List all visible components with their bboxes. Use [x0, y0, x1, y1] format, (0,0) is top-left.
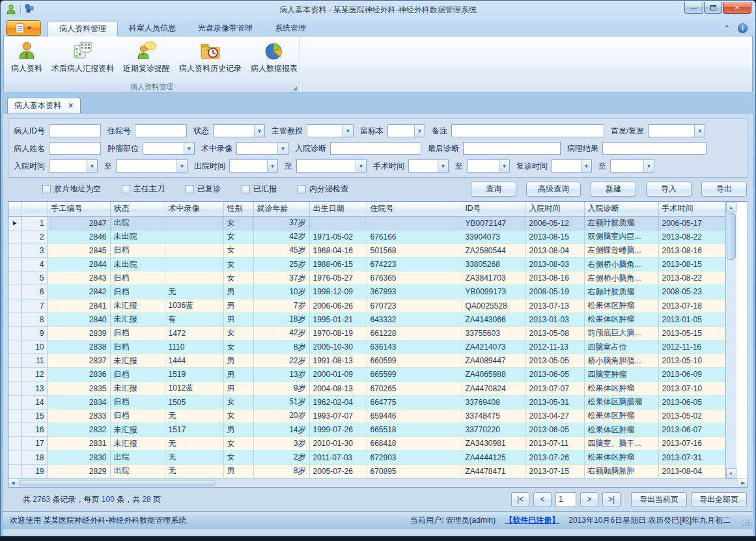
table-cell[interactable]: 2013-06-09 [658, 368, 725, 381]
table-cell[interactable]: ZA2580544 [462, 243, 525, 257]
table-cell[interactable]: 2013-08-15 [525, 230, 584, 243]
table-cell[interactable]: 33770220 [462, 423, 525, 437]
table-cell[interactable]: 670265 [367, 381, 462, 395]
column-header[interactable]: 出生日期 [309, 202, 367, 216]
table-cell[interactable]: 2013-06-05 [525, 368, 584, 381]
table-cell[interactable]: 2013-05-10 [658, 354, 725, 368]
chevron-down-icon[interactable]: ▼ [176, 160, 187, 172]
intraop-video-select[interactable]: ▼ [236, 142, 288, 155]
quick-access-icon[interactable] [25, 4, 35, 16]
table-cell[interactable]: 674223 [367, 258, 462, 271]
ribbon-tab-disc-management[interactable]: 光盘录像带管理 [187, 20, 264, 36]
page-number-input[interactable] [555, 492, 576, 507]
table-cell[interactable]: 2841 [48, 299, 110, 312]
table-cell[interactable]: 女 [223, 395, 253, 409]
row-selector[interactable] [8, 451, 21, 464]
table-cell[interactable]: 男 [223, 464, 253, 478]
table-cell[interactable]: 未汇报 [110, 437, 165, 451]
table-cell[interactable]: 无 [165, 409, 223, 423]
table-cell[interactable]: 1505 [165, 395, 223, 409]
table-cell[interactable]: 归档 [110, 340, 165, 354]
table-cell[interactable]: 出院 [110, 464, 165, 478]
table-cell[interactable]: 归档 [110, 285, 165, 299]
row-number[interactable]: 8 [21, 312, 48, 326]
row-selector[interactable] [8, 326, 21, 340]
chevron-down-icon[interactable]: ▼ [581, 160, 591, 172]
table-cell[interactable]: 未出院 [110, 230, 165, 243]
table-cell[interactable]: 2013-05-05 [525, 354, 584, 368]
table-cell[interactable]: 676166 [367, 230, 462, 243]
table-cell[interactable]: 男 [223, 368, 253, 381]
table-cell[interactable]: 8岁 [253, 464, 309, 478]
professor-select[interactable]: ▼ [307, 124, 354, 137]
column-header[interactable]: 住院号 [367, 202, 462, 216]
table-row[interactable]: 92839归档1472女42岁1970-08-19661228337556032… [8, 326, 725, 340]
row-number[interactable]: 3 [21, 243, 48, 257]
specimen-select[interactable]: ▼ [387, 124, 425, 137]
table-cell[interactable]: 2831 [48, 437, 110, 451]
table-cell[interactable]: 42岁 [253, 326, 309, 340]
table-cell[interactable]: 出院 [110, 451, 165, 464]
row-selector[interactable] [8, 354, 21, 368]
table-cell[interactable]: 670723 [367, 299, 462, 312]
column-header[interactable]: 术中录像 [165, 202, 223, 216]
table-cell[interactable]: 2013-06-05 [658, 395, 725, 409]
license-registered-link[interactable]: 【软件已注册】 [505, 515, 559, 526]
row-selector[interactable] [8, 230, 21, 243]
table-cell[interactable]: 1976-05-27 [309, 271, 367, 285]
table-cell[interactable] [165, 271, 223, 285]
table-cell[interactable]: 2005-10-30 [309, 340, 367, 354]
export-all-pages-button[interactable]: 导出全部页 [691, 492, 747, 507]
table-cell[interactable]: ZA4444125 [462, 451, 525, 464]
table-cell[interactable]: 1995-01-21 [309, 312, 367, 326]
table-cell[interactable]: 2013-07-16 [658, 437, 725, 451]
chevron-down-icon[interactable]: ▼ [643, 160, 654, 172]
table-cell[interactable]: 松果体区肿瘤 [584, 409, 658, 423]
minimize-button[interactable]: — [684, 2, 703, 14]
row-number[interactable]: 19 [21, 464, 48, 478]
chevron-down-icon[interactable]: ▼ [438, 160, 448, 172]
table-cell[interactable]: 2006-05-17 [658, 216, 725, 230]
ribbon-tab-system[interactable]: 系统管理 [264, 20, 317, 36]
table-cell[interactable]: 2842 [48, 285, 110, 299]
table-cell[interactable]: 2013-08-16 [658, 243, 725, 257]
table-cell[interactable]: 37岁 [253, 271, 309, 285]
table-cell[interactable]: 未汇报 [110, 354, 165, 368]
table-cell[interactable]: 1998-12-09 [309, 285, 367, 299]
table-cell[interactable]: 2832 [48, 423, 110, 437]
table-cell[interactable]: ZA4065988 [462, 368, 525, 381]
table-cell[interactable]: 25岁 [253, 258, 309, 271]
table-cell[interactable]: 2008-05-19 [525, 285, 584, 299]
table-cell[interactable]: 1444 [165, 354, 223, 368]
checkbox-chief-surgeon[interactable]: 主任主刀 [122, 184, 165, 195]
maximize-button[interactable] [704, 2, 722, 14]
table-cell[interactable]: 2839 [48, 326, 110, 340]
row-selector[interactable] [8, 285, 21, 299]
table-row[interactable]: 162832未汇报1517男14岁1999-07-266655183377022… [8, 423, 725, 437]
table-cell[interactable]: 2013-07-10 [658, 381, 725, 395]
row-number[interactable]: 1 [21, 216, 48, 230]
table-cell[interactable] [309, 216, 367, 230]
row-selector[interactable] [8, 395, 21, 409]
table-cell[interactable]: ZA3430981 [462, 437, 525, 451]
row-number[interactable]: 6 [21, 285, 48, 299]
row-selector[interactable] [8, 437, 21, 451]
table-cell[interactable]: 松果体区肿瘤 [584, 451, 658, 464]
table-row[interactable]: 152833归档无女20岁1993-07-0765944633748475201… [8, 409, 725, 423]
row-number[interactable]: 12 [21, 368, 48, 381]
table-row[interactable]: 182830出院无女2岁2011-07-03672903ZA4444125201… [8, 451, 725, 464]
chevron-down-icon[interactable]: ▼ [356, 160, 366, 172]
inpatient-no-input[interactable] [135, 124, 187, 137]
table-row[interactable]: 22846未出院女42岁1971-05-02676166339040732013… [8, 230, 725, 243]
first-recur-select[interactable]: ▼ [648, 124, 705, 137]
table-cell[interactable]: 左侧蝶骨嵴脑... [584, 243, 658, 257]
surgery-time-to-select[interactable]: ▼ [467, 160, 510, 173]
table-cell[interactable]: 665599 [367, 368, 462, 381]
table-cell[interactable]: ZA3841703 [462, 271, 525, 285]
table-cell[interactable] [367, 216, 462, 230]
table-cell[interactable]: ZA4089447 [462, 354, 525, 368]
table-cell[interactable]: 2013-06-07 [658, 423, 725, 437]
patient-report-button[interactable]: 病人数据报表 [246, 38, 302, 76]
checkbox-reported[interactable]: 已汇报 [242, 184, 277, 195]
patient-data-button[interactable]: 病人资料 [7, 38, 47, 76]
